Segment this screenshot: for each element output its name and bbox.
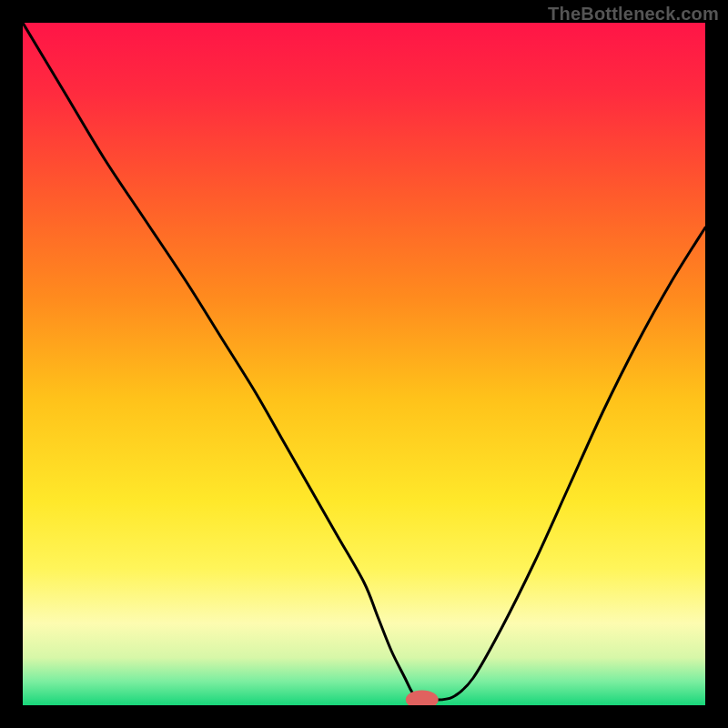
curve-layer <box>23 23 705 705</box>
plot-area <box>23 23 705 705</box>
optimal-marker <box>406 691 439 706</box>
watermark-text: TheBottleneck.com <box>548 4 719 25</box>
chart-frame: TheBottleneck.com <box>0 0 728 728</box>
bottleneck-curve <box>23 23 705 700</box>
